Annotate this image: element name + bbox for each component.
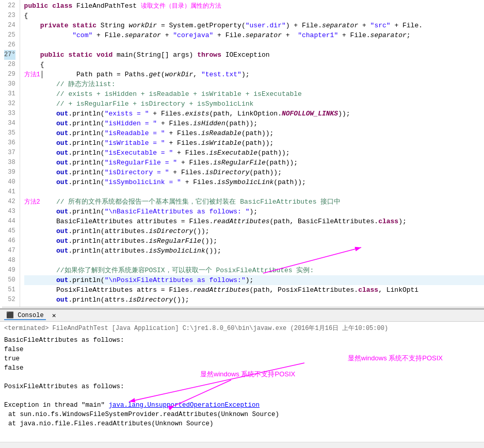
- console-tab-x: ✕: [52, 311, 56, 320]
- code-line-30: // 静态方法list:: [24, 79, 484, 89]
- code-line-31: // exists + isHidden + isReadable + isWr…: [24, 89, 484, 99]
- line-num-25: 25: [4, 30, 15, 40]
- line-num-39: 39: [4, 168, 15, 177]
- code-line-40: out.println("isSymbolicLink = " + Files.…: [24, 177, 484, 187]
- code-line-45: out.println(attributes.isDirectory());: [24, 226, 484, 236]
- code-line-26: [24, 40, 484, 50]
- line-numbers: 22 23 24 25 26 27° 28 29 30 31 32 33 34 …: [0, 0, 20, 308]
- line-num-24: 24: [4, 21, 15, 30]
- code-line-50: out.println("\nPosixFileAttributes as fo…: [24, 275, 484, 285]
- line-num-46: 46: [4, 236, 15, 246]
- code-line-27: public static void main(String[] args) t…: [24, 50, 484, 60]
- code-line-33: out.println("exists = " + Files.exists(p…: [24, 109, 484, 119]
- code-line-28: {: [24, 60, 484, 70]
- line-num-41: 41: [4, 187, 15, 197]
- code-line-35: out.println("isReadable = " + Files.isRe…: [24, 128, 484, 138]
- console-exception-prefix: Exception in thread "main": [4, 402, 109, 409]
- code-line-41: [24, 187, 484, 197]
- code-content: public class FileAndPathTest 读取文件（目录）属性的…: [20, 0, 484, 308]
- code-line-36: out.println("isWritable = " + Files.isWr…: [24, 138, 484, 148]
- code-line-37: out.println("isExecutable = " + Files.is…: [24, 148, 484, 158]
- line-num-23: 23: [4, 11, 15, 21]
- code-line-51: PosixFileAttributes attrs = Files.readAt…: [24, 285, 484, 295]
- line-num-32: 32: [4, 99, 15, 109]
- line-num-49: 49: [4, 266, 15, 275]
- console-annotation-arrow: [169, 375, 272, 416]
- line-num-43: 43: [4, 207, 15, 217]
- line-num-47: 47: [4, 246, 15, 256]
- code-line-22: public class FileAndPathTest 读取文件（目录）属性的…: [24, 1, 484, 11]
- code-line-32: // + isRegularFile + isDirectory + isSym…: [24, 99, 484, 109]
- line-num-30: 30: [4, 79, 15, 89]
- code-line-34: out.println("isHidden = " + Files.isHidd…: [24, 119, 484, 128]
- console-area: ⬛ Console ✕ <terminated> FileAndPathTest…: [0, 309, 484, 448]
- line-num-34: 34: [4, 119, 15, 128]
- line-num-26: 26: [4, 40, 15, 50]
- line-num-52: 52: [4, 295, 15, 305]
- console-terminated-line: <terminated> FileAndPathTest [Java Appli…: [4, 324, 480, 333]
- console-tab-label[interactable]: Console: [18, 312, 43, 319]
- code-line-29: 方法1│ Path path = Paths.get(workDir, "tes…: [24, 70, 484, 79]
- console-icon: ⬛: [6, 312, 18, 319]
- code-scrollbar-h[interactable]: [2, 307, 484, 309]
- code-line-48: [24, 256, 484, 266]
- console-output: BasicFileAttributes as follows: false tr…: [4, 336, 480, 428]
- line-num-51: 51: [4, 285, 15, 295]
- line-num-33: 33: [4, 109, 15, 119]
- line-num-31: 31: [4, 89, 15, 99]
- line-num-48: 48: [4, 256, 15, 266]
- console-line-false1: false: [4, 345, 480, 354]
- code-editor: 22 23 24 25 26 27° 28 29 30 31 32 33 34 …: [0, 0, 484, 309]
- line-num-29: 29: [4, 70, 15, 79]
- code-line-43: out.println("\nBasicFileAttributes as fo…: [24, 207, 484, 217]
- console-tab[interactable]: ⬛ Console: [4, 311, 46, 320]
- line-num-35: 35: [4, 128, 15, 138]
- console-stack-line2: at java.nio.file.Files.readAttributes(Un…: [4, 419, 480, 428]
- line-num-28: 28: [4, 60, 15, 70]
- code-line-52: out.println(attrs.isDirectory());: [24, 295, 484, 305]
- console-header: ⬛ Console ✕: [0, 309, 484, 322]
- line-num-22: 22: [4, 1, 15, 11]
- console-body: <terminated> FileAndPathTest [Java Appli…: [0, 322, 484, 442]
- svg-line-3: [174, 380, 231, 406]
- code-line-42: 方法2 // 所有的文件系统都会报告一个基本属性集，它们被封装在 BasicFi…: [24, 197, 484, 207]
- code-line-38: out.println("isRegularFile = " + Files.i…: [24, 158, 484, 168]
- console-scrollbar[interactable]: [0, 442, 484, 448]
- console-line-basic: BasicFileAttributes as follows:: [4, 336, 480, 345]
- code-line-44: BasicFileAttributes attributes = Files.r…: [24, 217, 484, 226]
- line-num-37: 37: [4, 148, 15, 158]
- line-num-40: 40: [4, 177, 15, 187]
- line-num-44: 44: [4, 217, 15, 226]
- line-num-36: 36: [4, 138, 15, 148]
- code-line-25: "com" + File.separator + "corejava" + Fi…: [24, 30, 484, 40]
- line-num-45: 45: [4, 226, 15, 236]
- code-line-46: out.println(attributes.isRegularFile());: [24, 236, 484, 246]
- console-windows-annotation: 显然windows 系统不支持POSIX: [348, 354, 443, 363]
- code-line-47: out.println(attributes.isSymbolicLink())…: [24, 246, 484, 256]
- code-line-24: private static String workDir = System.g…: [24, 21, 484, 30]
- console-exception-line: Exception in thread "main" java.lang.Uns…: [4, 401, 480, 410]
- code-line-23: {: [24, 11, 484, 21]
- line-num-42: 42: [4, 197, 15, 207]
- code-line-39: out.println("isDirectory = " + Files.isD…: [24, 168, 484, 177]
- line-num-50: 50: [4, 275, 15, 285]
- line-num-38: 38: [4, 158, 15, 168]
- line-num-27: 27°: [4, 50, 15, 60]
- code-line-49: //如果你了解到文件系统兼容POSIX，可以获取一个 PosixFileAttr…: [24, 266, 484, 275]
- code-scroll-thumb[interactable]: [18, 308, 59, 309]
